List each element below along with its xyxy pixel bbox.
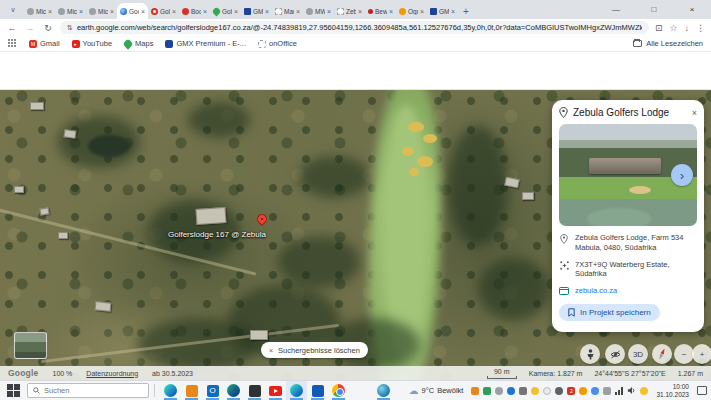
tab-close-icon[interactable]: × [141,8,145,15]
tray-antivirus-icon[interactable]: 2 [567,387,575,395]
tab-close-icon[interactable]: × [451,8,455,15]
tab-14[interactable]: GM× [427,3,458,19]
tab-8[interactable]: GM× [241,3,272,19]
bookmark-gmx[interactable]: GMX Premium - E-... [165,39,246,48]
save-to-project-button[interactable]: In Projekt speichern [559,304,660,321]
tab-google-earth-active[interactable]: Goo× [117,3,148,19]
tab-6[interactable]: Boo× [179,3,210,19]
tab-close-icon[interactable]: × [327,8,331,15]
taskbar-active-edge-icon[interactable] [286,381,307,400]
network-icon[interactable] [615,387,623,395]
close-window-button[interactable]: × [673,0,711,19]
tray-icon[interactable] [507,387,515,395]
data-attribution-link[interactable]: Datenzuordnung [86,370,138,377]
pegman-button[interactable] [580,344,600,364]
browser-menu-icon[interactable]: ⋮ [696,23,705,33]
close-card-icon[interactable]: × [692,108,697,118]
taskbar-edge-icon[interactable] [160,381,181,400]
maximize-button[interactable]: □ [635,0,673,19]
tray-icon[interactable] [543,387,551,395]
download-icon[interactable]: ↓ [685,23,690,33]
tab-close-icon[interactable]: × [110,8,114,15]
cast-icon[interactable]: ⊡ [655,23,663,33]
volume-icon[interactable] [627,386,636,395]
next-photo-button[interactable]: › [671,164,693,186]
hide-ui-button[interactable] [605,344,625,364]
weather-widget[interactable]: ☁ 9°C Bewölkt [409,385,464,396]
bookmark-maps[interactable]: Maps [124,39,153,48]
bookmark-label: Maps [135,39,153,48]
back-icon[interactable]: ← [6,23,18,33]
tray-icon[interactable] [591,387,599,395]
tab-search-button[interactable]: ∨ [4,3,22,17]
taskbar-search-input[interactable] [44,386,134,395]
3d-mode-button[interactable]: 3D [628,344,648,364]
tab-7[interactable]: Gol× [210,3,241,19]
taskbar-clock[interactable]: 10:00 31.10.2023 [656,383,689,398]
taskbar-photos-icon[interactable] [244,381,265,400]
bookmark-gmail[interactable]: MGmail [29,39,60,48]
tray-icon[interactable] [495,387,503,395]
reload-icon[interactable]: ↻ [42,23,54,33]
tab-close-icon[interactable]: × [358,8,362,15]
bookmark-star-icon[interactable]: ☆ [669,23,677,33]
taskbar-youtube-icon[interactable] [265,381,286,400]
tab-close-icon[interactable]: × [296,8,300,15]
tab-close-icon[interactable]: × [79,8,83,15]
tab-9[interactable]: Mau× [272,3,303,19]
site-info-icon[interactable]: ⇅ [67,24,73,32]
taskbar-outlook-icon[interactable]: O [202,381,223,400]
tab-11[interactable]: Zeb× [334,3,365,19]
tab-close-icon[interactable]: × [234,8,238,15]
tray-icon[interactable] [603,387,611,395]
map-pin-favicon [212,6,222,16]
taskbar-search-box[interactable] [27,383,149,398]
search-result-label[interactable]: Golferslodge 167 @ Zebula [168,230,266,239]
taskbar-app-icon[interactable] [373,381,394,400]
tray-icon[interactable] [519,387,527,395]
new-tab-button[interactable]: + [458,3,474,19]
notification-center-icon[interactable] [697,386,707,395]
bookmark-onoffice[interactable]: onOffice [258,39,297,48]
tab-3[interactable]: Mic× [86,3,117,19]
tab-13[interactable]: Ogu× [396,3,427,19]
url-field[interactable]: ⇅ earth.google.com/web/search/golferslod… [60,21,649,34]
preview-thumbnail[interactable] [14,332,47,359]
tab-close-icon[interactable]: × [48,8,52,15]
tab-1[interactable]: Mic× [24,3,55,19]
tab-close-icon[interactable]: × [389,8,393,15]
tab-10[interactable]: MW× [303,3,334,19]
tray-icon[interactable] [555,387,563,395]
tab-close-icon[interactable]: × [203,8,207,15]
start-button-icon[interactable] [7,384,20,397]
tab-12[interactable]: Bew× [365,3,396,19]
bookmark-youtube[interactable]: ▸YouTube [72,39,112,48]
tray-icon[interactable] [531,387,539,395]
place-website-link[interactable]: zebula.co.za [575,286,617,296]
taskbar-office-icon[interactable] [307,381,328,400]
place-address: Zebula Golfers Lodge, Farm 534 Mabula, 0… [575,233,697,253]
tab-2[interactable]: Mic× [55,3,86,19]
result-pin-icon[interactable] [255,212,269,226]
tray-icon[interactable] [640,387,648,395]
taskbar-chrome-icon[interactable] [328,381,349,400]
tab-close-icon[interactable]: × [420,8,424,15]
tab-5[interactable]: Gol× [148,3,179,19]
zoom-out-button[interactable]: − [674,344,694,364]
all-bookmarks-button[interactable]: Alle Lesezeichen [633,39,703,48]
tray-icon[interactable] [471,387,479,395]
tab-close-icon[interactable]: × [172,8,176,15]
minimize-button[interactable]: — [597,0,635,19]
clear-search-results-button[interactable]: × Suchergebnisse löschen [261,342,368,358]
apps-grid-icon[interactable] [8,39,17,48]
tray-icon[interactable] [579,387,587,395]
taskbar-edge-dark-icon[interactable] [223,381,244,400]
taskbar-immo-icon[interactable] [181,381,202,400]
tab-title: Bew [375,8,387,15]
place-photo[interactable]: › [559,124,697,226]
tray-icon[interactable] [483,387,491,395]
zoom-in-button[interactable]: + [692,344,711,364]
tab-close-icon[interactable]: × [265,8,269,15]
forward-icon[interactable]: → [24,23,36,33]
compass-button[interactable] [652,344,672,364]
